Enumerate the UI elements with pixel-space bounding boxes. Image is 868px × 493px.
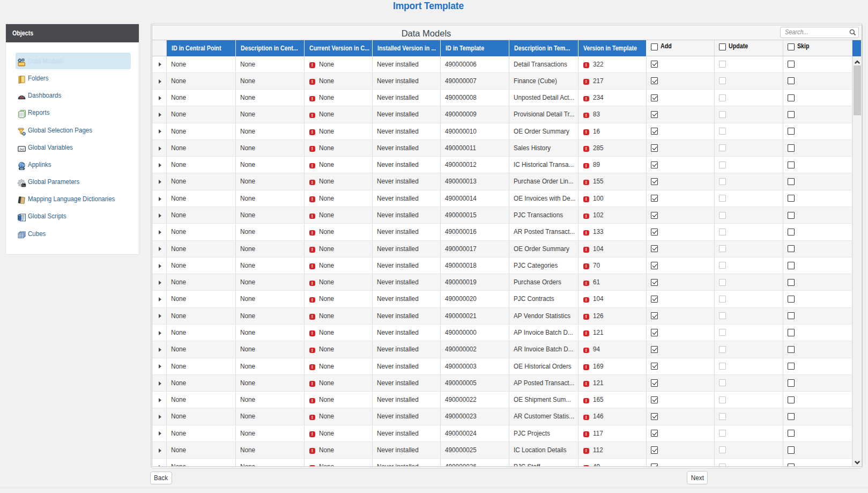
- svg-text:(x): (x): [19, 147, 24, 151]
